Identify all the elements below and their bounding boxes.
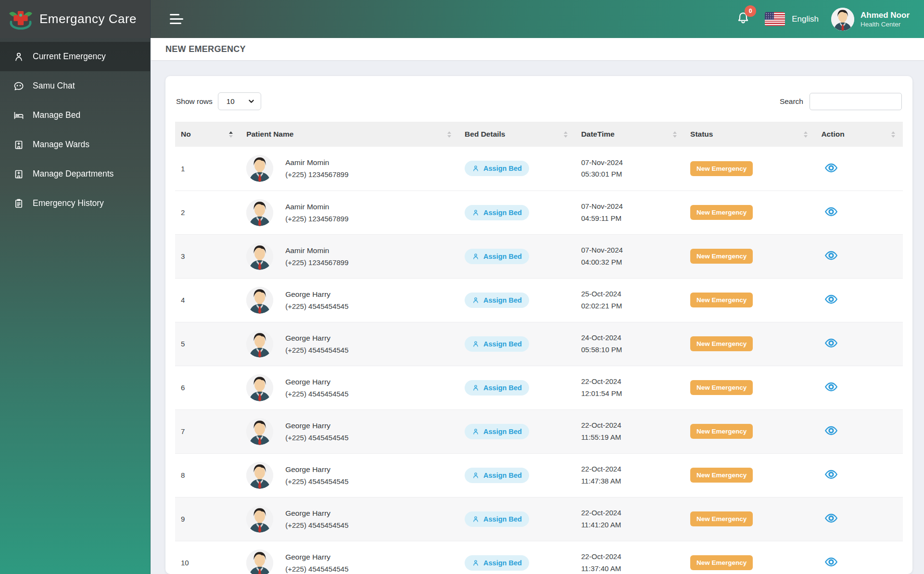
person-icon xyxy=(472,515,480,523)
row-time: 05:58:10 PM xyxy=(581,344,679,356)
row-number: 10 xyxy=(181,559,189,567)
row-number: 8 xyxy=(181,471,185,479)
column-header-no[interactable]: No xyxy=(175,122,240,147)
search-input[interactable] xyxy=(810,93,902,110)
assign-bed-button[interactable]: Assign Bed xyxy=(465,293,529,308)
view-button[interactable] xyxy=(821,161,838,175)
table-row: 8 George Harry (+225) 4545454545 Assign … xyxy=(175,453,903,497)
rows-per-page-select[interactable]: 10 xyxy=(218,92,261,110)
view-button[interactable] xyxy=(821,336,838,350)
row-number: 4 xyxy=(181,296,185,304)
user-menu[interactable]: Ahmed Noor Health Center xyxy=(831,8,910,31)
patient-avatar xyxy=(246,462,273,489)
assign-bed-button[interactable]: Assign Bed xyxy=(465,161,529,176)
column-header-datetime[interactable]: DateTime xyxy=(575,122,684,147)
us-flag-icon[interactable] xyxy=(765,12,785,26)
assign-bed-button[interactable]: Assign Bed xyxy=(465,336,529,352)
column-header-bed-details[interactable]: Bed Details xyxy=(459,122,575,147)
patient-phone: (+225) 1234567899 xyxy=(285,215,348,223)
eye-icon xyxy=(824,423,838,438)
view-button[interactable] xyxy=(821,511,838,525)
patient-name: George Harry xyxy=(285,378,348,386)
row-number: 1 xyxy=(181,165,185,173)
table-row: 3 Aamir Momin (+225) 1234567899 Assign B… xyxy=(175,234,903,278)
assign-bed-button[interactable]: Assign Bed xyxy=(465,424,529,439)
row-time: 11:47:38 AM xyxy=(581,475,679,487)
patient-name: Aamir Momin xyxy=(285,246,348,255)
sort-arrows-icon xyxy=(447,131,451,138)
row-number: 5 xyxy=(181,340,185,348)
sidebar-item-label: Current Emergency xyxy=(33,51,106,62)
patient-phone: (+225) 4545454545 xyxy=(285,390,348,398)
assign-bed-button[interactable]: Assign Bed xyxy=(465,249,529,264)
eye-icon xyxy=(824,161,838,175)
app-title: Emergancy Care xyxy=(39,12,137,26)
assign-bed-button[interactable]: Assign Bed xyxy=(465,205,529,220)
table-row: 5 George Harry (+225) 4545454545 Assign … xyxy=(175,322,903,366)
patient-name: George Harry xyxy=(285,465,348,474)
view-button[interactable] xyxy=(821,467,838,482)
column-header-patient-name[interactable]: Patient Name xyxy=(240,122,459,147)
table-row: 6 George Harry (+225) 4545454545 Assign … xyxy=(175,366,903,409)
table-row: 2 Aamir Momin (+225) 1234567899 Assign B… xyxy=(175,191,903,234)
person-icon xyxy=(472,253,480,260)
chevron-down-icon xyxy=(248,98,254,104)
sidebar-item-label: Manage Wards xyxy=(33,140,89,150)
sidebar-item-samu-chat[interactable]: Samu Chat xyxy=(0,71,150,101)
status-badge: New Emergency xyxy=(690,511,753,526)
assign-bed-button[interactable]: Assign Bed xyxy=(465,555,529,571)
assign-bed-label: Assign Bed xyxy=(483,296,522,304)
view-button[interactable] xyxy=(821,423,838,438)
sort-arrows-icon xyxy=(564,131,568,138)
view-button[interactable] xyxy=(821,248,838,263)
user-avatar xyxy=(831,8,854,31)
view-button[interactable] xyxy=(821,555,838,569)
row-time: 11:41:20 AM xyxy=(581,519,679,531)
menu-toggle-button[interactable] xyxy=(167,11,186,27)
patient-phone: (+225) 4545454545 xyxy=(285,477,348,485)
view-button[interactable] xyxy=(821,204,838,219)
column-header-action[interactable]: Action xyxy=(815,122,903,147)
rows-per-page-value: 10 xyxy=(227,97,235,105)
view-button[interactable] xyxy=(821,380,838,394)
assign-bed-label: Assign Bed xyxy=(483,428,522,435)
column-header-status[interactable]: Status xyxy=(684,122,815,147)
patient-phone: (+225) 4545454545 xyxy=(285,565,348,573)
patient-name: George Harry xyxy=(285,553,348,561)
notifications-button[interactable]: 0 xyxy=(734,9,752,29)
table-row: 7 George Harry (+225) 4545454545 Assign … xyxy=(175,409,903,453)
sort-arrows-icon xyxy=(804,131,808,138)
sidebar-item-manage-departments[interactable]: Manage Departments xyxy=(0,159,150,189)
table-row: 1 Aamir Momin (+225) 1234567899 Assign B… xyxy=(175,147,903,191)
table-row: 9 George Harry (+225) 4545454545 Assign … xyxy=(175,497,903,541)
assign-bed-button[interactable]: Assign Bed xyxy=(465,468,529,483)
bed-icon xyxy=(13,110,25,121)
assign-bed-button[interactable]: Assign Bed xyxy=(465,380,529,395)
person-icon xyxy=(472,296,480,304)
assign-bed-label: Assign Bed xyxy=(483,384,522,392)
patient-avatar xyxy=(246,331,273,357)
patient-phone: (+225) 4545454545 xyxy=(285,346,348,354)
sidebar-item-manage-bed[interactable]: Manage Bed xyxy=(0,101,150,130)
language-selector[interactable]: English xyxy=(792,14,819,24)
topbar: 0 English Ahmed Noor Health Center xyxy=(151,0,924,38)
patient-phone: (+225) 4545454545 xyxy=(285,521,348,529)
assign-bed-label: Assign Bed xyxy=(483,340,522,348)
status-badge: New Emergency xyxy=(690,249,753,264)
clipboard-icon xyxy=(13,198,25,209)
sidebar-item-current-emergency[interactable]: Current Emergency xyxy=(0,42,150,71)
show-rows-label: Show rows xyxy=(176,97,213,106)
assign-bed-button[interactable]: Assign Bed xyxy=(465,511,529,527)
sidebar-item-manage-wards[interactable]: Manage Wards xyxy=(0,130,150,159)
row-time: 12:01:54 PM xyxy=(581,388,679,400)
patient-name: George Harry xyxy=(285,509,348,518)
row-number: 2 xyxy=(181,208,185,217)
view-button[interactable] xyxy=(821,292,838,306)
patient-avatar xyxy=(246,243,273,270)
eye-icon xyxy=(824,511,838,525)
sidebar-item-emergency-history[interactable]: Emergency History xyxy=(0,189,150,218)
patient-phone: (+225) 1234567899 xyxy=(285,170,348,179)
sidebar-nav: Current Emergency Samu Chat Manage Bed M… xyxy=(0,38,150,218)
sort-arrows-icon xyxy=(891,131,895,138)
person-icon xyxy=(472,472,480,479)
